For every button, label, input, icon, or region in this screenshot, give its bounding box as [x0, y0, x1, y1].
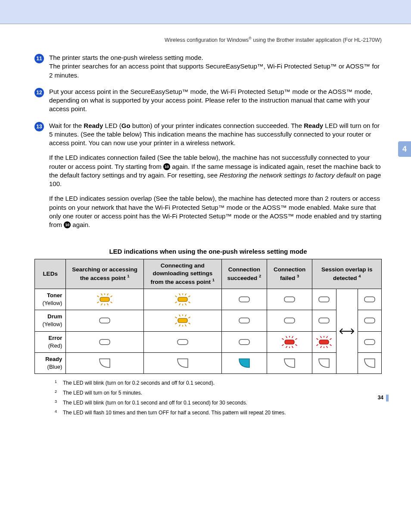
inline-step-ref-10: 10 [163, 163, 170, 170]
page-number-bar [386, 395, 389, 401]
led-off-icon [267, 310, 312, 331]
row-ready-label: Ready(Blue) [35, 352, 66, 373]
double-arrow-icon [336, 289, 358, 374]
led-off-icon [221, 331, 267, 352]
top-band [0, 0, 411, 24]
step-11-body: The printer starts the one-push wireless… [49, 53, 382, 80]
row-error: Error(Red) [35, 331, 382, 352]
step-12-text: Put your access point in the SecureEasyS… [49, 88, 372, 113]
row-ready: Ready(Blue) [35, 352, 382, 373]
row-drum-label: Drum(Yellow) [35, 310, 66, 331]
row-error-label: Error(Red) [35, 331, 66, 352]
step-13: 13 Wait for the Ready LED (Go button) of… [34, 121, 382, 236]
table-title: LED indications when using the one-push … [34, 247, 382, 256]
led-off-icon [312, 310, 336, 331]
th-searching: Searching or accessing the access point … [66, 259, 144, 289]
page-number: 34 [378, 395, 383, 401]
footnote-3: 3The LED will blink (turn on for 0.1 sec… [53, 398, 382, 408]
ready-off-icon [267, 352, 312, 373]
step-11-line2: The printer searches for an access point… [49, 62, 380, 78]
led-off-icon [312, 289, 336, 310]
inline-step-ref-10b: 10 [64, 221, 71, 228]
footnote-2: 2The LED will turn on for 5 minutes. [53, 388, 382, 398]
led-off-icon [358, 331, 381, 352]
led-off-icon [358, 289, 381, 310]
step-13-p3: If the LED indicates session overlap (Se… [49, 194, 382, 229]
step-12: 12 Put your access point in the SecureEa… [34, 87, 382, 114]
step-badge-12: 12 [34, 88, 44, 97]
step-13-body: Wait for the Ready LED (Go button) of yo… [49, 121, 382, 236]
th-succeeded: Connection succeeded 2 [221, 259, 267, 289]
page-content: 11 The printer starts the one-push wirel… [0, 43, 411, 417]
led-blink-red-icon [267, 331, 312, 352]
ready-off-icon [312, 352, 336, 373]
led-table: LEDs Searching or accessing the access p… [34, 259, 382, 374]
row-toner-label: Toner(Yellow) [35, 289, 66, 310]
breadcrumb-pre: Wireless configuration for Windows [165, 37, 249, 43]
step-13-p1: Wait for the Ready LED (Go button) of yo… [49, 121, 382, 148]
led-off-icon [66, 331, 144, 352]
th-connecting: Connecting and downloading settings from… [143, 259, 221, 289]
footnote-4: 4The LED will flash 10 times and then tu… [53, 408, 382, 418]
led-off-icon [267, 289, 312, 310]
step-11: 11 The printer starts the one-push wirel… [34, 53, 382, 80]
footnote-1: 1The LED will blink (turn on for 0.2 sec… [53, 378, 382, 388]
breadcrumb-post: using the Brother installer application … [252, 37, 382, 43]
row-drum: Drum(Yellow) [35, 310, 382, 331]
ready-off-icon [143, 352, 221, 373]
header-breadcrumb: Wireless configuration for Windows® usin… [0, 24, 411, 43]
footnotes: 1The LED will blink (turn on for 0.2 sec… [34, 374, 382, 417]
step-13-p2: If the LED indicates connection failed (… [49, 153, 382, 188]
th-failed: Connection failed 3 [267, 259, 312, 289]
step-11-line1: The printer starts the one-push wireless… [49, 54, 203, 61]
cross-ref-link[interactable]: Restoring the network settings to factor… [219, 171, 356, 179]
led-blink-red-icon [312, 331, 336, 352]
th-overlap: Session overlap is detected 4 [312, 259, 382, 289]
led-off-icon [358, 310, 381, 331]
step-12-body: Put your access point in the SecureEasyS… [49, 87, 382, 114]
led-blink-yellow-icon [143, 289, 221, 310]
table-header-row: LEDs Searching or accessing the access p… [35, 259, 382, 289]
led-blink-yellow-icon [143, 310, 221, 331]
ready-off-icon [66, 352, 144, 373]
chapter-tab: 4 [398, 141, 411, 157]
ready-off-icon [358, 352, 381, 373]
step-badge-13: 13 [34, 122, 44, 131]
step-badge-11: 11 [34, 54, 44, 63]
ready-on-icon [221, 352, 267, 373]
row-toner: Toner(Yellow) [35, 289, 382, 310]
led-off-icon [66, 310, 144, 331]
led-off-icon [143, 331, 221, 352]
led-off-icon [221, 310, 267, 331]
led-off-icon [221, 289, 267, 310]
led-blink-yellow-icon [66, 289, 144, 310]
th-leds: LEDs [35, 259, 66, 289]
